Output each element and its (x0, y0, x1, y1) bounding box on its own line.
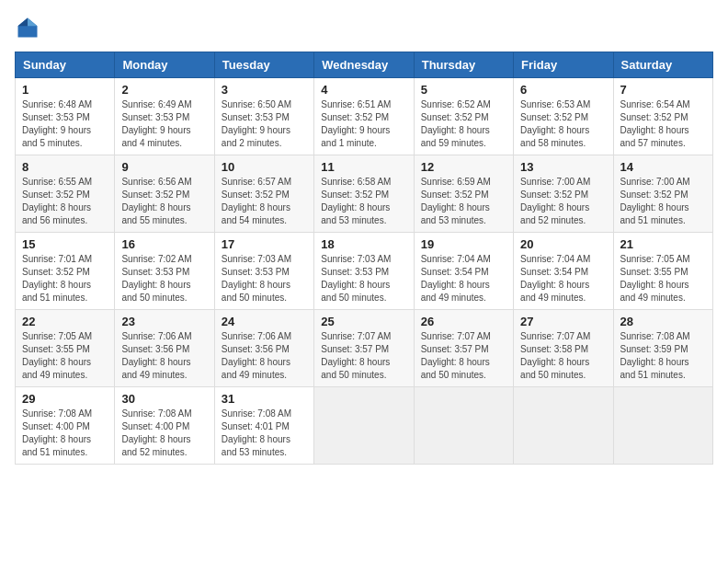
day-info: Sunrise: 7:07 AMSunset: 3:58 PMDaylight:… (520, 331, 590, 380)
calendar-header: SundayMondayTuesdayWednesdayThursdayFrid… (16, 52, 713, 78)
day-info: Sunrise: 6:55 AMSunset: 3:52 PMDaylight:… (22, 177, 92, 225)
day-info: Sunrise: 7:06 AMSunset: 3:56 PMDaylight:… (222, 331, 291, 380)
calendar-body: 1 Sunrise: 6:48 AMSunset: 3:53 PMDayligh… (16, 78, 713, 465)
weekday-header: Sunday (16, 52, 115, 78)
calendar-cell (613, 387, 712, 465)
day-number: 29 (22, 392, 108, 406)
calendar-cell: 19 Sunrise: 7:04 AMSunset: 3:54 PMDaylig… (414, 233, 513, 310)
calendar-cell: 29 Sunrise: 7:08 AMSunset: 4:00 PMDaylig… (16, 387, 115, 465)
day-number: 15 (22, 237, 108, 251)
day-number: 2 (121, 83, 207, 97)
weekday-header: Wednesday (314, 52, 414, 78)
day-number: 19 (421, 237, 506, 251)
logo (15, 15, 44, 40)
day-info: Sunrise: 7:08 AMSunset: 4:00 PMDaylight:… (22, 408, 92, 457)
calendar-cell (414, 387, 513, 465)
calendar-cell: 20 Sunrise: 7:04 AMSunset: 3:54 PMDaylig… (514, 233, 613, 310)
day-info: Sunrise: 7:00 AMSunset: 3:52 PMDaylight:… (620, 177, 690, 225)
day-info: Sunrise: 7:08 AMSunset: 3:59 PMDaylight:… (620, 331, 690, 380)
day-number: 22 (22, 315, 108, 328)
day-number: 21 (620, 237, 706, 251)
calendar-week-row: 1 Sunrise: 6:48 AMSunset: 3:53 PMDayligh… (16, 78, 713, 155)
calendar-cell: 17 Sunrise: 7:03 AMSunset: 3:53 PMDaylig… (214, 233, 313, 310)
day-info: Sunrise: 6:48 AMSunset: 3:53 PMDaylight:… (22, 99, 92, 148)
day-number: 5 (421, 83, 506, 97)
day-info: Sunrise: 6:56 AMSunset: 3:52 PMDaylight:… (121, 177, 191, 225)
day-info: Sunrise: 7:05 AMSunset: 3:55 PMDaylight:… (620, 254, 690, 303)
day-info: Sunrise: 7:07 AMSunset: 3:57 PMDaylight:… (421, 331, 491, 380)
day-number: 23 (121, 315, 207, 328)
calendar-week-row: 15 Sunrise: 7:01 AMSunset: 3:52 PMDaylig… (16, 233, 713, 310)
calendar-cell: 12 Sunrise: 6:59 AMSunset: 3:52 PMDaylig… (414, 155, 513, 233)
day-info: Sunrise: 6:52 AMSunset: 3:52 PMDaylight:… (421, 99, 491, 148)
day-number: 1 (22, 83, 108, 97)
calendar-cell: 4 Sunrise: 6:51 AMSunset: 3:52 PMDayligh… (314, 78, 414, 155)
day-info: Sunrise: 7:08 AMSunset: 4:01 PMDaylight:… (222, 408, 291, 457)
calendar-cell: 14 Sunrise: 7:00 AMSunset: 3:52 PMDaylig… (613, 155, 712, 233)
day-info: Sunrise: 7:01 AMSunset: 3:52 PMDaylight:… (22, 254, 92, 303)
day-number: 4 (321, 83, 406, 97)
weekday-row: SundayMondayTuesdayWednesdayThursdayFrid… (16, 52, 713, 78)
calendar-cell: 3 Sunrise: 6:50 AMSunset: 3:53 PMDayligh… (214, 78, 313, 155)
calendar-cell: 26 Sunrise: 7:07 AMSunset: 3:57 PMDaylig… (414, 310, 513, 387)
day-number: 10 (222, 160, 307, 174)
day-number: 14 (620, 160, 706, 174)
calendar-cell: 6 Sunrise: 6:53 AMSunset: 3:52 PMDayligh… (514, 78, 613, 155)
day-number: 9 (121, 160, 207, 174)
day-info: Sunrise: 6:51 AMSunset: 3:52 PMDaylight:… (321, 99, 391, 148)
day-number: 25 (321, 315, 406, 328)
day-info: Sunrise: 7:05 AMSunset: 3:55 PMDaylight:… (22, 331, 92, 380)
day-info: Sunrise: 7:00 AMSunset: 3:52 PMDaylight:… (520, 177, 590, 225)
calendar-cell: 21 Sunrise: 7:05 AMSunset: 3:55 PMDaylig… (613, 233, 712, 310)
calendar-cell (314, 387, 414, 465)
calendar-cell: 15 Sunrise: 7:01 AMSunset: 3:52 PMDaylig… (16, 233, 115, 310)
day-number: 13 (520, 160, 606, 174)
day-info: Sunrise: 6:58 AMSunset: 3:52 PMDaylight:… (321, 177, 391, 225)
calendar-cell: 5 Sunrise: 6:52 AMSunset: 3:52 PMDayligh… (414, 78, 513, 155)
calendar-cell: 28 Sunrise: 7:08 AMSunset: 3:59 PMDaylig… (613, 310, 712, 387)
calendar-cell: 27 Sunrise: 7:07 AMSunset: 3:58 PMDaylig… (514, 310, 613, 387)
day-number: 3 (222, 83, 307, 97)
day-number: 18 (321, 237, 406, 251)
logo-icon (15, 15, 40, 40)
day-number: 28 (620, 315, 706, 328)
day-number: 16 (121, 237, 207, 251)
calendar-week-row: 8 Sunrise: 6:55 AMSunset: 3:52 PMDayligh… (16, 155, 713, 233)
calendar-cell: 16 Sunrise: 7:02 AMSunset: 3:53 PMDaylig… (115, 233, 214, 310)
weekday-header: Monday (115, 52, 214, 78)
day-info: Sunrise: 6:59 AMSunset: 3:52 PMDaylight:… (421, 177, 491, 225)
calendar-cell: 1 Sunrise: 6:48 AMSunset: 3:53 PMDayligh… (16, 78, 115, 155)
calendar-cell: 10 Sunrise: 6:57 AMSunset: 3:52 PMDaylig… (214, 155, 313, 233)
day-info: Sunrise: 7:08 AMSunset: 4:00 PMDaylight:… (121, 408, 191, 457)
day-info: Sunrise: 7:04 AMSunset: 3:54 PMDaylight:… (520, 254, 590, 303)
calendar-cell: 24 Sunrise: 7:06 AMSunset: 3:56 PMDaylig… (214, 310, 313, 387)
day-info: Sunrise: 6:54 AMSunset: 3:52 PMDaylight:… (620, 99, 690, 148)
day-number: 6 (520, 83, 606, 97)
day-number: 20 (520, 237, 606, 251)
weekday-header: Saturday (613, 52, 712, 78)
day-info: Sunrise: 7:06 AMSunset: 3:56 PMDaylight:… (121, 331, 191, 380)
day-info: Sunrise: 7:03 AMSunset: 3:53 PMDaylight:… (222, 254, 291, 303)
day-number: 27 (520, 315, 606, 328)
calendar-cell: 13 Sunrise: 7:00 AMSunset: 3:52 PMDaylig… (514, 155, 613, 233)
day-number: 11 (321, 160, 406, 174)
day-info: Sunrise: 6:53 AMSunset: 3:52 PMDaylight:… (520, 99, 590, 148)
day-number: 30 (121, 392, 207, 406)
weekday-header: Tuesday (214, 52, 313, 78)
calendar-cell: 18 Sunrise: 7:03 AMSunset: 3:53 PMDaylig… (314, 233, 414, 310)
calendar-cell: 9 Sunrise: 6:56 AMSunset: 3:52 PMDayligh… (115, 155, 214, 233)
day-info: Sunrise: 7:02 AMSunset: 3:53 PMDaylight:… (121, 254, 191, 303)
calendar-cell (514, 387, 613, 465)
calendar-cell: 11 Sunrise: 6:58 AMSunset: 3:52 PMDaylig… (314, 155, 414, 233)
page-header (15, 15, 713, 40)
day-info: Sunrise: 7:04 AMSunset: 3:54 PMDaylight:… (421, 254, 491, 303)
day-number: 26 (421, 315, 506, 328)
day-info: Sunrise: 7:07 AMSunset: 3:57 PMDaylight:… (321, 331, 391, 380)
day-info: Sunrise: 7:03 AMSunset: 3:53 PMDaylight:… (321, 254, 391, 303)
calendar-cell: 30 Sunrise: 7:08 AMSunset: 4:00 PMDaylig… (115, 387, 214, 465)
weekday-header: Friday (514, 52, 613, 78)
svg-marker-2 (18, 18, 28, 27)
day-number: 12 (421, 160, 506, 174)
day-number: 24 (222, 315, 307, 328)
day-info: Sunrise: 6:57 AMSunset: 3:52 PMDaylight:… (222, 177, 291, 225)
